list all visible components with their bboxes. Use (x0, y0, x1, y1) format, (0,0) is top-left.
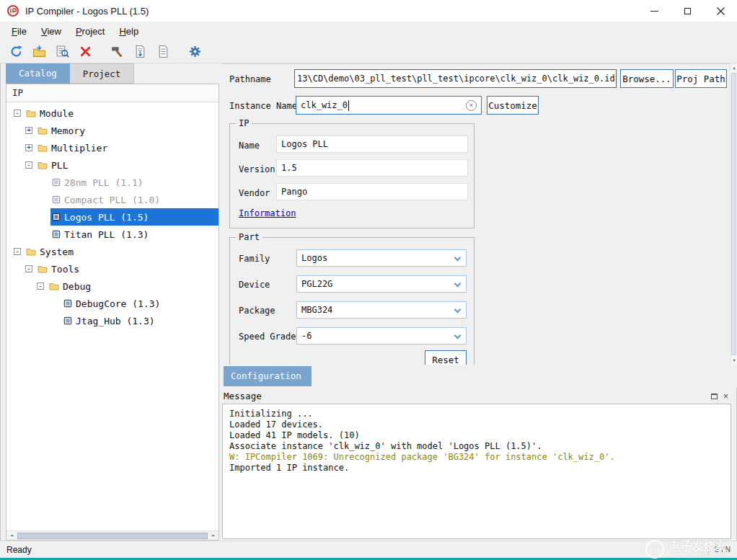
part-group-legend: Part (236, 232, 262, 242)
close-button[interactable] (704, 0, 737, 22)
ip-group-legend: IP (236, 118, 252, 128)
toolbar (0, 40, 737, 63)
horizontal-scrollbar[interactable]: ◄ ► (6, 530, 219, 540)
pathname-label: Pathname (229, 74, 271, 84)
refresh-button[interactable] (6, 43, 26, 61)
close-panel-icon[interactable]: × (723, 391, 728, 401)
titlebar: IP Compiler - Logos PLL (1.5) (0, 0, 737, 22)
browse-button[interactable]: Browse... (620, 69, 674, 88)
ip-version-value: 1.5 (276, 159, 468, 177)
status-bar: Ready SYN (0, 541, 737, 558)
generate-doc-icon (133, 45, 147, 58)
minimize-button[interactable] (637, 0, 671, 22)
import-button[interactable] (29, 43, 49, 61)
tree-item-label: Tools (51, 264, 79, 275)
tree-item-label: 28nm PLL (1.1) (64, 177, 144, 188)
expand-icon[interactable]: + (25, 144, 32, 151)
generate-button[interactable] (130, 43, 150, 61)
collapse-icon[interactable]: - (14, 248, 21, 255)
tree-item-tools[interactable]: - Tools (6, 260, 219, 277)
window-title: IP Compiler - Logos PLL (1.5) (25, 6, 149, 17)
scrollbar-thumb[interactable] (17, 533, 208, 539)
instance-name-value: clk_wiz_0 (301, 100, 348, 110)
message-title: Message (222, 391, 711, 401)
log-line-warning: W: IPCompiler 1069: Unrecognized package… (229, 452, 724, 463)
scrollbar-thumb[interactable] (731, 73, 736, 355)
menu-help[interactable]: Help (112, 24, 146, 39)
tree-item-titan-pll[interactable]: Titan PLL (1.3) (6, 226, 219, 243)
search-icon (56, 45, 69, 58)
tree-item-module[interactable]: - Module (6, 105, 219, 122)
tree-item-label: System (40, 246, 74, 257)
report-button[interactable] (153, 43, 173, 61)
search-ip-button[interactable] (52, 43, 72, 61)
scroll-left-icon[interactable]: ◄ (6, 533, 17, 538)
log-line: Associate instance 'clk_wiz_0' with mode… (229, 441, 724, 452)
customize-button[interactable]: Customize (487, 96, 539, 115)
float-panel-icon[interactable] (711, 394, 718, 399)
speed-grade-select[interactable]: -6 (296, 327, 467, 345)
build-button[interactable] (107, 43, 127, 61)
device-select[interactable]: PGL22G (296, 275, 467, 293)
tab-project[interactable]: Project (70, 63, 135, 84)
vertical-scrollbar[interactable]: ▲ ▼ (730, 63, 737, 365)
folder-icon (49, 282, 59, 290)
delete-button[interactable] (75, 43, 95, 61)
report-doc-icon (156, 45, 170, 58)
part-groupbox: Part Family Logos Device PGL22G Package … (229, 237, 475, 365)
status-separator (708, 545, 709, 555)
tree-item-compact-pll[interactable]: Compact PLL (1.0) (6, 191, 219, 208)
maximize-button[interactable] (671, 0, 704, 22)
tree-item-logos-pll[interactable]: Logos PLL (1.5) (6, 208, 219, 226)
scroll-right-icon[interactable]: ► (208, 533, 219, 538)
minimize-icon (650, 11, 658, 12)
menu-view[interactable]: View (34, 24, 69, 39)
tree-item-label: DebugCore (1.3) (76, 298, 160, 309)
clear-input-icon[interactable]: × (466, 100, 477, 111)
collapse-icon[interactable]: - (14, 110, 21, 117)
collapse-icon[interactable]: - (25, 265, 32, 272)
catalog-panel: IP - Module + Memory + Multiplier - PLL (6, 84, 219, 541)
menu-file[interactable]: File (4, 24, 34, 39)
delete-icon (79, 45, 92, 58)
proj-path-button[interactable]: Proj Path (675, 69, 727, 88)
tree-item-debug[interactable]: - Debug (6, 277, 219, 295)
message-log[interactable]: Initializing ... Loaded 17 devices. Load… (222, 404, 731, 539)
information-link[interactable]: Information (239, 208, 296, 218)
family-select[interactable]: Logos (296, 249, 467, 267)
collapse-icon[interactable]: - (37, 283, 44, 290)
menu-project[interactable]: Project (69, 24, 112, 39)
speed-grade-value: -6 (301, 331, 312, 341)
chevron-down-icon (454, 254, 462, 262)
expand-icon[interactable]: + (25, 127, 32, 134)
tree-item-debugcore[interactable]: DebugCore (1.3) (6, 295, 219, 312)
instance-name-input[interactable]: clk_wiz_0 × (296, 96, 482, 115)
folder-icon (37, 143, 48, 152)
tree-item-label: PLL (51, 160, 68, 171)
tree-item-multiplier[interactable]: + Multiplier (6, 139, 219, 156)
tree-item-label: Logos PLL (1.5) (64, 212, 149, 223)
app-window: IP Compiler - Logos PLL (1.5) File View … (0, 0, 737, 560)
collapse-icon[interactable]: - (25, 161, 32, 169)
pathname-input[interactable]: 13\CD\demo\03_pll_test\pll_test\ipcore\c… (294, 69, 617, 88)
settings-button[interactable] (185, 43, 205, 61)
tree-item-system[interactable]: - System (6, 243, 219, 260)
scroll-down-icon[interactable]: ▼ (731, 356, 737, 365)
tree-item-memory[interactable]: + Memory (6, 122, 219, 139)
reset-button[interactable]: Reset (425, 350, 467, 365)
tab-configuration[interactable]: Configuration (224, 366, 312, 386)
tree-item-pll[interactable]: - PLL (6, 156, 219, 174)
chevron-down-icon (454, 306, 462, 314)
tree-item-jtag-hub[interactable]: Jtag_Hub (1.3) (6, 312, 219, 329)
menubar: File View Project Help (0, 22, 737, 40)
tree-item-28nm-pll[interactable]: 28nm PLL (1.1) (6, 174, 219, 191)
ip-chip-icon (52, 195, 61, 204)
status-right: SYN (708, 541, 737, 558)
speed-grade-label: Speed Grade (239, 332, 296, 342)
tab-catalog[interactable]: Catalog (6, 63, 70, 84)
package-select[interactable]: MBG324 (296, 301, 467, 319)
tree-item-label: Debug (63, 281, 91, 292)
scroll-up-icon[interactable]: ▲ (731, 63, 737, 72)
ip-config-panel: Pathname 13\CD\demo\03_pll_test\pll_test… (222, 63, 730, 365)
package-label: Package (239, 306, 275, 316)
